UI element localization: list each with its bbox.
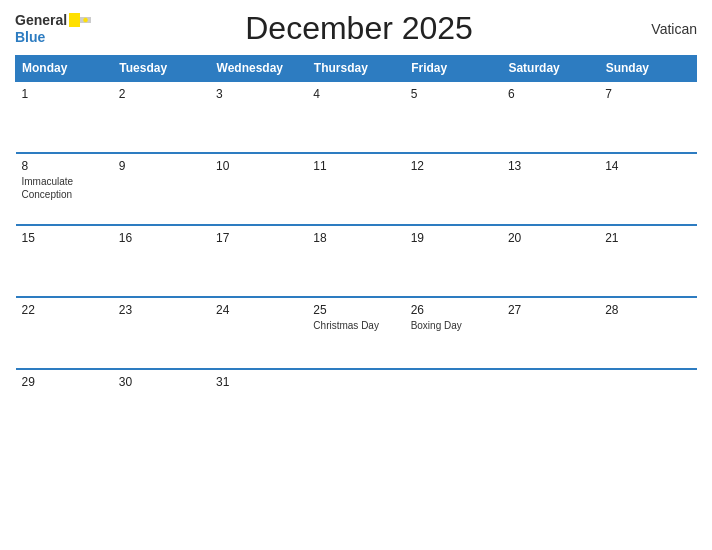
week-row-2: 8Immaculate Conception91011121314 xyxy=(16,153,697,225)
logo-line1: General xyxy=(15,12,91,28)
calendar-cell: 4 xyxy=(307,81,404,153)
svg-point-3 xyxy=(83,18,88,23)
col-sunday: Sunday xyxy=(599,56,696,82)
week-row-5: 293031 xyxy=(16,369,697,429)
day-number: 18 xyxy=(313,231,398,245)
day-number: 12 xyxy=(411,159,496,173)
calendar-cell: 6 xyxy=(502,81,599,153)
calendar-cell: 31 xyxy=(210,369,307,429)
day-number: 23 xyxy=(119,303,204,317)
calendar-cell: 7 xyxy=(599,81,696,153)
calendar-cell: 29 xyxy=(16,369,113,429)
calendar-cell: 3 xyxy=(210,81,307,153)
day-number: 31 xyxy=(216,375,301,389)
calendar-cell: 30 xyxy=(113,369,210,429)
col-friday: Friday xyxy=(405,56,502,82)
day-number: 24 xyxy=(216,303,301,317)
day-number: 25 xyxy=(313,303,398,317)
day-number: 17 xyxy=(216,231,301,245)
calendar-cell: 22 xyxy=(16,297,113,369)
event-label: Christmas Day xyxy=(313,319,398,332)
calendar-cell: 21 xyxy=(599,225,696,297)
calendar-cell: 25Christmas Day xyxy=(307,297,404,369)
logo: General Blue xyxy=(15,12,91,46)
day-number: 1 xyxy=(22,87,107,101)
calendar-cell xyxy=(502,369,599,429)
col-monday: Monday xyxy=(16,56,113,82)
week-row-1: 1234567 xyxy=(16,81,697,153)
calendar-cell: 15 xyxy=(16,225,113,297)
col-tuesday: Tuesday xyxy=(113,56,210,82)
calendar-cell: 19 xyxy=(405,225,502,297)
calendar-cell: 2 xyxy=(113,81,210,153)
event-label: Boxing Day xyxy=(411,319,496,332)
day-number: 6 xyxy=(508,87,593,101)
calendar-cell xyxy=(599,369,696,429)
calendar-cell: 8Immaculate Conception xyxy=(16,153,113,225)
calendar-cell: 14 xyxy=(599,153,696,225)
day-number: 7 xyxy=(605,87,690,101)
calendar-cell: 24 xyxy=(210,297,307,369)
day-number: 28 xyxy=(605,303,690,317)
day-number: 2 xyxy=(119,87,204,101)
day-number: 26 xyxy=(411,303,496,317)
day-number: 10 xyxy=(216,159,301,173)
svg-rect-0 xyxy=(69,13,80,27)
event-label: Immaculate Conception xyxy=(22,175,107,201)
day-number: 30 xyxy=(119,375,204,389)
calendar-cell: 11 xyxy=(307,153,404,225)
calendar-cell: 28 xyxy=(599,297,696,369)
month-title: December 2025 xyxy=(91,10,627,47)
day-number: 16 xyxy=(119,231,204,245)
calendar-header: General Blue December 2025 Vatican xyxy=(15,10,697,47)
calendar-cell: 12 xyxy=(405,153,502,225)
week-row-4: 22232425Christmas Day26Boxing Day2728 xyxy=(16,297,697,369)
calendar-cell: 18 xyxy=(307,225,404,297)
calendar-cell: 17 xyxy=(210,225,307,297)
calendar-cell: 10 xyxy=(210,153,307,225)
day-number: 21 xyxy=(605,231,690,245)
day-number: 8 xyxy=(22,159,107,173)
calendar-cell: 1 xyxy=(16,81,113,153)
day-number: 22 xyxy=(22,303,107,317)
col-saturday: Saturday xyxy=(502,56,599,82)
logo-flag-icon xyxy=(69,13,91,27)
logo-general: General xyxy=(15,12,67,28)
day-number: 29 xyxy=(22,375,107,389)
calendar-table: Monday Tuesday Wednesday Thursday Friday… xyxy=(15,55,697,429)
header-row: Monday Tuesday Wednesday Thursday Friday… xyxy=(16,56,697,82)
day-number: 4 xyxy=(313,87,398,101)
day-number: 9 xyxy=(119,159,204,173)
calendar-page: General Blue December 2025 Vatican Monda… xyxy=(0,0,712,550)
day-number: 14 xyxy=(605,159,690,173)
calendar-cell: 23 xyxy=(113,297,210,369)
country-label: Vatican xyxy=(627,21,697,37)
week-row-3: 15161718192021 xyxy=(16,225,697,297)
day-number: 27 xyxy=(508,303,593,317)
day-number: 13 xyxy=(508,159,593,173)
day-number: 5 xyxy=(411,87,496,101)
calendar-cell: 27 xyxy=(502,297,599,369)
day-number: 11 xyxy=(313,159,398,173)
calendar-cell: 13 xyxy=(502,153,599,225)
day-number: 3 xyxy=(216,87,301,101)
calendar-cell xyxy=(405,369,502,429)
day-number: 19 xyxy=(411,231,496,245)
calendar-cell: 5 xyxy=(405,81,502,153)
calendar-cell: 9 xyxy=(113,153,210,225)
col-thursday: Thursday xyxy=(307,56,404,82)
col-wednesday: Wednesday xyxy=(210,56,307,82)
calendar-cell: 16 xyxy=(113,225,210,297)
calendar-cell: 26Boxing Day xyxy=(405,297,502,369)
logo-blue: Blue xyxy=(15,28,91,46)
calendar-cell: 20 xyxy=(502,225,599,297)
day-number: 20 xyxy=(508,231,593,245)
day-number: 15 xyxy=(22,231,107,245)
calendar-cell xyxy=(307,369,404,429)
